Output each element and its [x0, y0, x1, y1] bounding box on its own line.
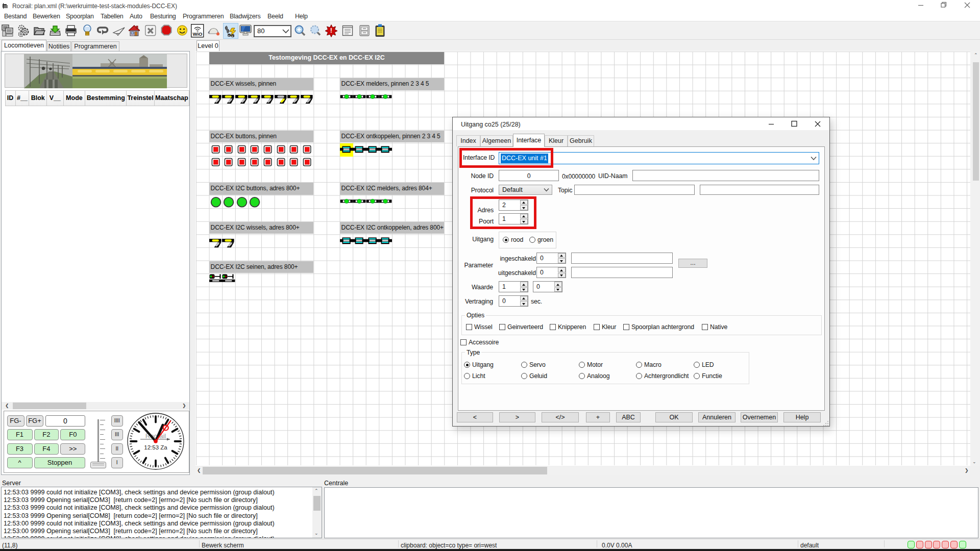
- svg-text:12:53 Za: 12:53 Za: [144, 444, 167, 450]
- svg-text:!: !: [330, 27, 332, 34]
- svg-text:WiO: WiO: [193, 31, 203, 37]
